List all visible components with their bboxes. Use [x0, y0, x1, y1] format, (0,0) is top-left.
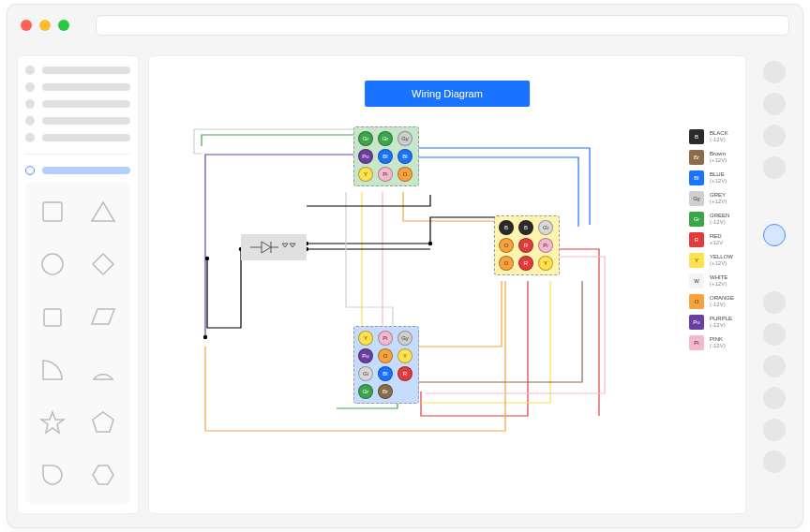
- right-tool[interactable]: [763, 156, 786, 179]
- pin-b[interactable]: B: [518, 220, 533, 235]
- right-tool[interactable]: [763, 451, 786, 473]
- right-tool[interactable]: [763, 323, 786, 346]
- sidebar-item[interactable]: [25, 133, 130, 142]
- shape-drop-icon[interactable]: [39, 462, 66, 488]
- pin-pu[interactable]: Pu: [358, 149, 373, 164]
- legend-label: BLACK(-12V): [710, 130, 728, 142]
- right-tool[interactable]: [763, 125, 786, 147]
- legend-swatch: Bl: [689, 170, 704, 185]
- close-icon[interactable]: [21, 20, 32, 31]
- shape-parallelogram-icon[interactable]: [90, 303, 116, 330]
- svg-point-5: [205, 257, 209, 260]
- pin-r[interactable]: R: [518, 238, 533, 253]
- color-legend: BBLACK(-12V)BrBrown(+12V)BlBLUE(+12V)GyG…: [689, 129, 734, 350]
- shape-triangle-icon[interactable]: [90, 199, 116, 225]
- pin-pi[interactable]: Pi: [538, 238, 553, 253]
- legend-swatch: O: [689, 294, 704, 309]
- shape-square-icon[interactable]: [39, 199, 66, 225]
- pin-gi[interactable]: Gi: [538, 220, 553, 235]
- legend-label: GREEN(-12V): [710, 213, 729, 225]
- shape-quarter-icon[interactable]: [39, 357, 66, 383]
- legend-swatch: Gr: [689, 212, 704, 227]
- pin-o[interactable]: O: [378, 348, 393, 363]
- legend-swatch: Pu: [689, 315, 704, 330]
- legend-label: ORANGE(-12V): [710, 295, 734, 307]
- svg-point-7: [428, 242, 432, 245]
- legend-row: RRED+12V: [689, 232, 734, 247]
- svg-point-8: [203, 335, 207, 339]
- legend-swatch: W: [689, 273, 704, 288]
- connector-top[interactable]: GrGrGyPuBlBlYPiO: [353, 126, 419, 186]
- pin-b[interactable]: B: [499, 220, 514, 235]
- pin-pi[interactable]: Pi: [378, 331, 393, 346]
- shape-pentagon-icon[interactable]: [90, 409, 116, 436]
- pin-o[interactable]: O: [499, 256, 514, 271]
- shape-cylinder-icon[interactable]: [39, 303, 66, 330]
- legend-label: PURPLE(-12V): [710, 316, 732, 328]
- component-diode[interactable]: [241, 234, 307, 260]
- legend-row: WWHITE(+12V): [689, 273, 734, 288]
- titlebar: [8, 5, 802, 46]
- right-tool-active[interactable]: [763, 224, 786, 246]
- pin-pi[interactable]: Pi: [378, 167, 393, 182]
- legend-row: YYELLOW(+12V): [689, 253, 734, 268]
- left-sidebar: [17, 55, 139, 514]
- right-sidebar: [756, 55, 793, 514]
- right-tool[interactable]: [763, 419, 786, 441]
- pin-o[interactable]: O: [398, 167, 412, 182]
- minimize-icon[interactable]: [39, 20, 51, 31]
- pin-y[interactable]: Y: [358, 167, 373, 182]
- sidebar-item[interactable]: [25, 116, 130, 126]
- right-tool[interactable]: [763, 355, 786, 377]
- pin-y[interactable]: Y: [398, 348, 412, 363]
- legend-row: PuPURPLE(-12V): [689, 315, 734, 330]
- sidebar-item[interactable]: [25, 82, 130, 92]
- pin-bl[interactable]: Bl: [378, 149, 393, 164]
- legend-swatch: Y: [689, 253, 704, 268]
- pin-gy[interactable]: Gy: [398, 131, 412, 146]
- shape-diamond-icon[interactable]: [90, 251, 116, 277]
- pin-gr[interactable]: Gr: [378, 131, 393, 146]
- pin-y[interactable]: Y: [358, 331, 373, 346]
- shape-hexagon-icon[interactable]: [90, 462, 116, 488]
- pin-br[interactable]: Br: [378, 384, 393, 399]
- pin-gr[interactable]: Gr: [358, 131, 373, 146]
- legend-row: OORANGE(-12V): [689, 294, 734, 309]
- legend-row: BrBrown(+12V): [689, 150, 734, 165]
- app-window: Wiring Diagram GrGrGyPuBlBlYPiOBBGiORPiO…: [7, 4, 803, 528]
- shape-palette: [25, 183, 130, 504]
- pin-r[interactable]: R: [398, 366, 412, 381]
- sidebar-item[interactable]: [25, 99, 130, 109]
- svg-point-1: [42, 254, 63, 274]
- address-bar[interactable]: [96, 15, 789, 36]
- right-tool[interactable]: [763, 291, 786, 314]
- connector-bottom[interactable]: YPiGyPuOYGiBlRGrBr: [353, 326, 419, 404]
- right-tool[interactable]: [763, 387, 786, 409]
- pin-o[interactable]: O: [499, 238, 514, 253]
- connector-right[interactable]: BBGiORPiORY: [494, 215, 560, 275]
- sidebar-item[interactable]: [25, 66, 130, 75]
- pin-r[interactable]: R: [518, 256, 533, 271]
- pin-gy[interactable]: Gy: [398, 331, 412, 346]
- legend-label: WHITE(+12V): [710, 274, 728, 287]
- right-tool[interactable]: [763, 93, 786, 115]
- pin-y[interactable]: Y: [538, 256, 553, 271]
- right-tool[interactable]: [763, 61, 786, 83]
- shape-halfpill-icon[interactable]: [90, 357, 116, 383]
- maximize-icon[interactable]: [58, 20, 69, 31]
- shape-star-icon[interactable]: [39, 409, 66, 436]
- pin-bl[interactable]: Bl: [398, 149, 412, 164]
- legend-row: PiPINK(-12V): [689, 335, 734, 350]
- pin-gi[interactable]: Gi: [358, 366, 373, 381]
- pin-pu[interactable]: Pu: [358, 348, 373, 363]
- pin-gr[interactable]: Gr: [358, 384, 373, 399]
- sidebar-item-active[interactable]: [25, 166, 130, 175]
- pin-bl[interactable]: Bl: [378, 366, 393, 381]
- svg-rect-0: [43, 202, 62, 221]
- legend-label: Brown(+12V): [710, 151, 727, 163]
- diagram-canvas[interactable]: Wiring Diagram GrGrGyPuBlBlYPiOBBGiORPiO…: [148, 55, 746, 514]
- diode-icon: [250, 240, 297, 255]
- legend-row: GyGREY(+12V): [689, 191, 734, 206]
- shape-circle-icon[interactable]: [39, 251, 66, 277]
- legend-label: GREY(+12V): [710, 192, 727, 204]
